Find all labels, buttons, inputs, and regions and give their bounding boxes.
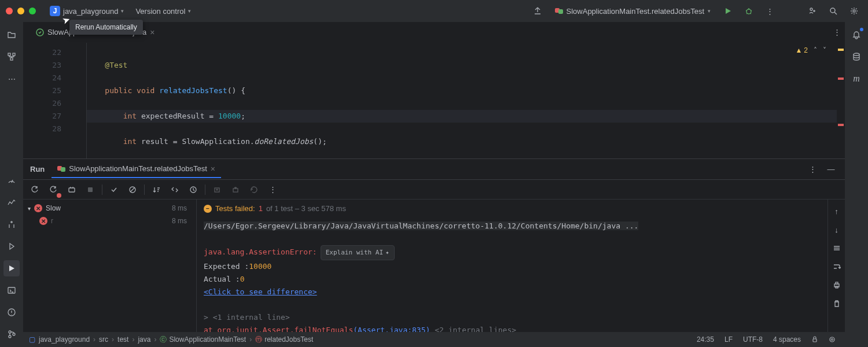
inspection-widget[interactable]: ▲2 ˄ ˅ [795,46,826,54]
bookmarks-tool-icon[interactable] [3,216,20,232]
svg-rect-4 [8,53,10,56]
test-file-icon [36,28,44,36]
svg-rect-5 [13,53,15,56]
sort-button[interactable] [149,183,163,197]
fold-text[interactable]: <1 internal line> [213,313,290,322]
test-tree[interactable]: ▾ ✕ Slow 8 ms ✕ r 8 ms [23,200,197,332]
settings-icon[interactable] [846,3,862,19]
minimize-window-icon[interactable] [17,8,24,14]
gauge-tool-icon[interactable] [3,172,20,189]
test-suite-row[interactable]: ▾ ✕ Slow 8 ms [23,202,196,215]
scroll-down-icon[interactable]: ↓ [830,223,844,237]
maven-tool-icon[interactable]: m [848,71,865,87]
toolbar-more-icon[interactable]: ⋮ [266,183,279,197]
error-class: java.lang.AssertionError: [204,248,317,256]
project-name: java_playground [63,7,118,16]
show-ignored-button[interactable] [126,183,139,197]
project-tool-icon[interactable] [3,27,20,43]
stack-location: org.junit.Assert.failNotEquals [217,326,353,332]
run-button[interactable] [720,3,736,19]
readonly-icon[interactable] [808,336,822,343]
svg-rect-23 [813,339,816,342]
run-tab-label: SlowApplicationMainTest.relatedJobsTest [69,164,207,173]
code-with-me-icon[interactable] [804,3,821,19]
error-stripe[interactable] [837,43,845,158]
breadcrumb-item[interactable]: java_playground [39,335,90,344]
breadcrumb-item[interactable]: test [117,335,128,344]
panel-options-icon[interactable]: ⋮ [806,163,819,176]
collapse-all-button[interactable] [186,183,200,197]
git-tool-icon[interactable] [3,326,20,342]
tab-options-icon[interactable]: ⋮ [829,24,845,40]
profiler-tool-icon[interactable] [3,194,20,211]
close-window-icon[interactable] [6,8,13,14]
scroll-up-icon[interactable]: ↑ [830,204,844,218]
cmd-line: /Users/Egor.Sergeev/Library/Java/JavaVir… [204,222,638,230]
expected-value: 10000 [249,262,271,271]
rerun-failed-button[interactable] [46,183,60,197]
project-selector[interactable]: J java_playground ▾ [46,3,127,19]
vcs-menu[interactable]: Version control ▾ [132,5,194,18]
soft-wrap-icon[interactable] [830,241,844,255]
import-tests-button [210,183,224,197]
more-actions-icon[interactable]: ⋮ [762,3,778,19]
fold-text[interactable]: <2 internal lines> [435,326,516,332]
left-tool-rail: ⋯ [0,22,23,347]
test-name: r [51,217,53,225]
more-tools-icon[interactable]: ⋯ [3,71,20,87]
line-separator[interactable]: LF [721,335,736,344]
breadcrumb-item[interactable]: java [138,335,150,344]
toggle-auto-test-button[interactable] [65,183,79,197]
run-tab[interactable]: SlowApplicationMainTest.relatedJobsTest … [52,161,221,178]
diff-link[interactable]: <Click to see difference> [204,287,317,296]
svg-point-18 [216,189,218,190]
run-config-name: SlowApplicationMainTest.relatedJobsTest [567,7,704,16]
suite-name: Slow [46,204,61,212]
chevron-down-icon[interactable]: ▾ [28,205,31,212]
stack-source-link[interactable]: (Assert.java:835) [353,326,430,332]
run-tool-icon[interactable] [3,260,20,276]
clear-all-icon[interactable] [830,297,844,311]
stack-at: at [204,326,217,332]
minimize-panel-icon[interactable]: — [824,163,838,176]
chevron-down-icon: ▾ [188,8,191,14]
test-config-icon [555,7,563,15]
breadcrumb-item[interactable]: ⓒ SlowApplicationMainTest [160,335,246,345]
build-icon[interactable] [529,3,546,19]
notifications-icon[interactable] [848,27,865,43]
services-tool-icon[interactable] [3,238,20,254]
breadcrumb-item[interactable]: src [99,335,108,344]
inspection-profile-icon[interactable] [825,336,839,343]
cursor-position[interactable]: 24:35 [693,335,718,344]
prev-highlight-icon[interactable]: ˄ [814,46,817,54]
breadcrumb-item[interactable]: ⓜ relatedJobsTest [255,335,313,345]
close-tab-icon[interactable]: × [211,164,215,174]
print-icon[interactable] [830,278,844,292]
rerun-button[interactable] [28,183,42,197]
maximize-window-icon[interactable] [29,8,36,14]
code-editor[interactable]: 22 23 24 25 26 27 28 @Test public void r… [23,43,845,158]
debug-button[interactable] [741,3,757,19]
test-case-row[interactable]: ✕ r 8 ms [23,215,196,227]
run-panel-header: Run SlowApplicationMainTest.relatedJobsT… [23,159,845,180]
structure-tool-icon[interactable] [3,49,20,65]
file-encoding[interactable]: UTF-8 [740,335,766,344]
status-bar: ▢ java_playground › src › test › java › … [23,332,845,347]
scroll-to-end-icon[interactable] [830,260,844,274]
search-icon[interactable] [825,3,841,19]
explain-ai-button[interactable]: Explain with AI ✦ [321,245,395,260]
console-output[interactable]: /Users/Egor.Sergeev/Library/Java/JavaVir… [197,217,827,332]
svg-point-3 [853,10,855,12]
database-tool-icon[interactable] [848,49,865,65]
problems-tool-icon[interactable] [3,304,20,320]
status-label: Tests failed: [215,204,255,213]
run-configuration-selector[interactable]: SlowApplicationMainTest.relatedJobsTest … [550,5,715,18]
fold-arrow-icon[interactable]: > [204,313,208,322]
indent-setting[interactable]: 4 spaces [770,335,804,344]
next-highlight-icon[interactable]: ˅ [823,46,826,54]
terminal-tool-icon[interactable] [3,282,20,298]
expand-all-button[interactable] [168,183,182,197]
close-tab-icon[interactable]: × [150,28,155,37]
code-content[interactable]: @Test public void relatedJobsTest() { in… [69,43,837,158]
show-passed-button[interactable] [107,183,121,197]
